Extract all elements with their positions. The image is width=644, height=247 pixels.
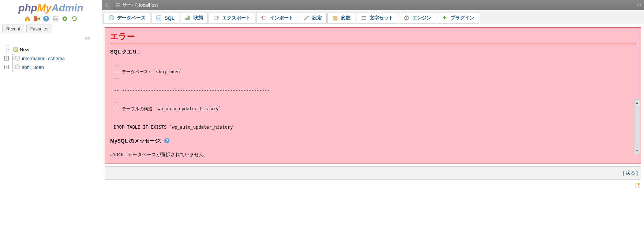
sql-query-text: -- -- データベース: `sbhj_uden` -- -- --------… bbox=[110, 59, 636, 134]
svg-rect-21 bbox=[188, 16, 190, 20]
logo-admin: Admin bbox=[52, 2, 83, 14]
svg-text:SQL: SQL bbox=[157, 17, 161, 19]
help-icon[interactable]: ? bbox=[43, 15, 49, 22]
tab-engine-label: エンジン bbox=[412, 15, 431, 21]
tab-settings-label: 設定 bbox=[312, 15, 322, 21]
backlink-bar: [ 戻る ] bbox=[105, 166, 641, 180]
logo-php: php bbox=[18, 2, 37, 14]
breadcrumb-label: サーバ: localhost bbox=[122, 2, 158, 8]
database-icon bbox=[15, 64, 20, 70]
help-icon[interactable]: ? bbox=[164, 138, 170, 145]
tab-variables-label: 変数 bbox=[341, 15, 351, 21]
collapse-button[interactable] bbox=[634, 0, 644, 10]
home-icon[interactable] bbox=[24, 15, 31, 22]
error-message: #1046 - データベースが選択されていません。 bbox=[110, 148, 636, 159]
svg-point-6 bbox=[64, 18, 65, 19]
error-box: エラー SQL クエリ: -- -- データベース: `sbhj_uden` -… bbox=[105, 27, 641, 163]
logo[interactable]: phpMyAdmin bbox=[0, 0, 102, 15]
tree-db2-label: sbhj_uden bbox=[22, 64, 44, 70]
tab-sql-label: SQL bbox=[165, 15, 175, 21]
tree-new-label: New bbox=[20, 47, 29, 52]
scroll-down-icon[interactable]: ▼ bbox=[634, 148, 640, 154]
svg-point-32 bbox=[406, 18, 407, 19]
tab-import[interactable]: インポート bbox=[256, 12, 298, 24]
error-title: エラー bbox=[110, 31, 636, 44]
tree-new[interactable]: New bbox=[3, 45, 99, 54]
tab-status-label: 状態 bbox=[194, 15, 203, 21]
svg-point-7 bbox=[85, 37, 87, 39]
svg-text:SQL: SQL bbox=[53, 18, 58, 21]
sql-query-label: SQL クエリ: bbox=[110, 49, 636, 55]
tab-export[interactable]: エクスポート bbox=[209, 12, 255, 24]
refresh-icon[interactable] bbox=[71, 15, 78, 22]
svg-rect-15 bbox=[116, 5, 120, 7]
tab-engine[interactable]: エンジン bbox=[399, 12, 436, 24]
tree-item-sbhj-uden[interactable]: + sbhj_uden bbox=[3, 63, 99, 71]
svg-rect-22 bbox=[214, 16, 218, 20]
sidebar-tabs: Recent Favorites bbox=[0, 23, 102, 34]
tab-plugin-label: プラグイン bbox=[450, 15, 474, 21]
exit-icon[interactable] bbox=[34, 15, 40, 22]
sidebar-toolbar: ? SQL bbox=[0, 15, 102, 23]
svg-point-25 bbox=[334, 16, 335, 18]
scroll-track[interactable] bbox=[634, 106, 640, 148]
gear-icon[interactable] bbox=[61, 15, 68, 22]
tab-recent[interactable]: Recent bbox=[2, 25, 24, 33]
panel-collapse-icon[interactable] bbox=[0, 34, 102, 43]
db-tree: New + information_schema + sbhj_uden bbox=[0, 43, 102, 74]
tab-sql[interactable]: SQL SQL bbox=[151, 12, 179, 24]
tab-charset[interactable]: 文字セット bbox=[356, 12, 398, 24]
tab-plugin[interactable]: プラグイン bbox=[437, 12, 479, 24]
expand-icon[interactable]: + bbox=[4, 56, 9, 60]
logo-my: My bbox=[37, 2, 52, 14]
bracket-close: ] bbox=[636, 170, 638, 176]
content: エラー SQL クエリ: -- -- データベース: `sbhj_uden` -… bbox=[102, 24, 644, 247]
svg-text:?: ? bbox=[165, 139, 168, 143]
tab-settings[interactable]: 設定 bbox=[299, 12, 327, 24]
tree-item-information-schema[interactable]: + information_schema bbox=[3, 54, 99, 63]
back-link[interactable]: 戻る bbox=[624, 170, 636, 176]
svg-rect-0 bbox=[34, 16, 37, 21]
topbar: サーバ: localhost bbox=[102, 0, 644, 10]
tab-variables[interactable]: 変数 bbox=[327, 12, 355, 24]
sql-icon[interactable]: SQL bbox=[52, 15, 59, 22]
bookmark-icon[interactable] bbox=[634, 183, 640, 188]
database-icon bbox=[15, 55, 20, 61]
nav-tabs: データベース SQL SQL 状態 エクスポート インポート 設定 bbox=[102, 10, 644, 24]
breadcrumb[interactable]: サーバ: localhost bbox=[112, 2, 158, 9]
svg-text:?: ? bbox=[45, 16, 48, 22]
tree-db1-label: information_schema bbox=[22, 56, 65, 61]
tab-import-label: インポート bbox=[270, 15, 293, 21]
tab-database[interactable]: データベース bbox=[104, 12, 150, 24]
svg-point-8 bbox=[88, 37, 90, 39]
expand-icon[interactable]: + bbox=[4, 65, 9, 69]
tab-export-label: エクスポート bbox=[222, 15, 251, 21]
svg-rect-19 bbox=[186, 18, 187, 20]
tab-favorites[interactable]: Favorites bbox=[26, 25, 52, 33]
new-db-icon bbox=[12, 47, 18, 52]
tab-status[interactable]: 状態 bbox=[180, 12, 208, 24]
back-button[interactable] bbox=[102, 0, 112, 10]
tab-charset-label: 文字セット bbox=[370, 15, 393, 21]
svg-rect-20 bbox=[187, 17, 188, 20]
main: サーバ: localhost データベース SQL SQL 状態 エクスポート bbox=[102, 0, 644, 247]
svg-rect-36 bbox=[638, 183, 639, 185]
mysql-message-label: MySQL のメッセージ: bbox=[110, 138, 162, 144]
svg-rect-14 bbox=[116, 3, 120, 4]
tab-database-label: データベース bbox=[117, 15, 146, 21]
svg-point-27 bbox=[335, 19, 337, 20]
server-icon bbox=[115, 2, 121, 9]
scrollbar[interactable]: ▲ ▼ bbox=[634, 99, 640, 154]
scroll-up-icon[interactable]: ▲ bbox=[634, 100, 640, 106]
sidebar: phpMyAdmin ? SQL Recent Favorites New + bbox=[0, 0, 102, 247]
